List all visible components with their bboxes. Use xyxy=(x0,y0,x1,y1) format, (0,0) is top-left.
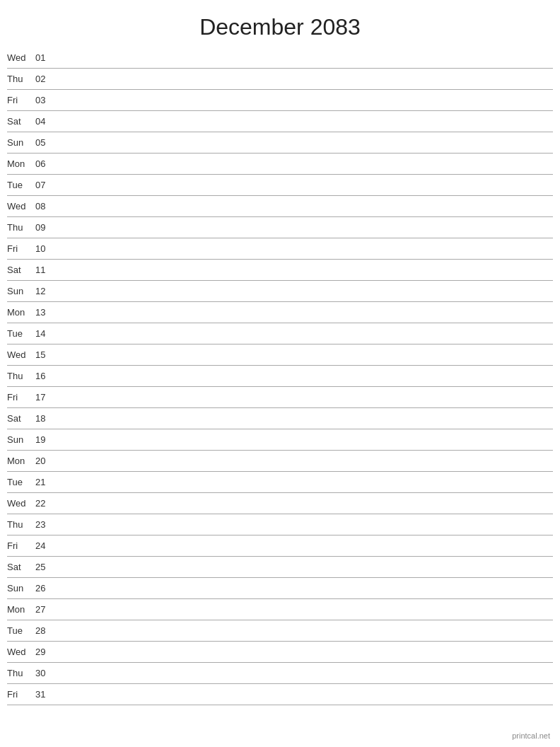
day-number: 07 xyxy=(35,180,58,190)
day-name: Wed xyxy=(7,201,35,212)
day-number: 20 xyxy=(35,456,58,466)
calendar-row: Fri17 xyxy=(7,387,553,408)
day-line xyxy=(58,333,553,334)
day-line xyxy=(58,291,553,291)
calendar-row: Sat04 xyxy=(7,111,553,132)
day-number: 09 xyxy=(35,222,58,233)
calendar-row: Fri03 xyxy=(7,90,553,111)
day-name: Fri xyxy=(7,95,35,105)
day-number: 17 xyxy=(35,392,58,403)
day-number: 08 xyxy=(35,201,58,212)
day-name: Thu xyxy=(7,74,35,84)
day-name: Sun xyxy=(7,286,35,296)
day-line xyxy=(58,376,553,376)
day-line xyxy=(58,673,553,673)
day-number: 16 xyxy=(35,371,58,381)
day-name: Tue xyxy=(7,180,35,190)
day-name: Thu xyxy=(7,668,35,678)
calendar-row: Fri24 xyxy=(7,535,553,557)
day-name: Sat xyxy=(7,116,35,127)
calendar-row: Thu02 xyxy=(7,69,553,90)
calendar-row: Sat25 xyxy=(7,557,553,578)
day-number: 05 xyxy=(35,137,58,148)
calendar-row: Sun19 xyxy=(7,429,553,451)
day-number: 25 xyxy=(35,562,58,572)
calendar-row: Wed22 xyxy=(7,493,553,514)
day-line xyxy=(58,142,553,143)
day-name: Tue xyxy=(7,625,35,636)
day-name: Mon xyxy=(7,307,35,318)
calendar-row: Wed08 xyxy=(7,196,553,217)
day-line xyxy=(58,567,553,567)
day-line xyxy=(58,439,553,440)
calendar-row: Thu30 xyxy=(7,663,553,684)
day-line xyxy=(58,57,553,58)
page-title: December 2083 xyxy=(0,0,560,47)
day-line xyxy=(58,79,553,79)
day-number: 23 xyxy=(35,519,58,530)
day-line xyxy=(58,227,553,228)
day-line xyxy=(58,694,553,695)
calendar-row: Tue28 xyxy=(7,620,553,642)
day-line xyxy=(58,461,553,461)
day-number: 24 xyxy=(35,540,58,551)
day-name: Wed xyxy=(7,498,35,509)
day-line xyxy=(58,609,553,610)
day-number: 13 xyxy=(35,307,58,318)
day-number: 01 xyxy=(35,52,58,63)
day-line xyxy=(58,121,553,122)
day-line xyxy=(58,206,553,207)
day-number: 31 xyxy=(35,689,58,700)
day-name: Sun xyxy=(7,434,35,445)
day-name: Wed xyxy=(7,349,35,360)
day-number: 12 xyxy=(35,286,58,296)
calendar-row: Mon27 xyxy=(7,599,553,620)
day-number: 26 xyxy=(35,583,58,593)
calendar-row: Fri10 xyxy=(7,238,553,260)
calendar-row: Fri31 xyxy=(7,684,553,705)
day-number: 02 xyxy=(35,74,58,84)
day-number: 15 xyxy=(35,349,58,360)
day-line xyxy=(58,100,553,100)
day-name: Mon xyxy=(7,456,35,466)
day-line xyxy=(58,397,553,398)
day-number: 14 xyxy=(35,328,58,339)
calendar-row: Wed15 xyxy=(7,344,553,366)
calendar-row: Thu16 xyxy=(7,366,553,387)
day-name: Thu xyxy=(7,519,35,530)
day-name: Wed xyxy=(7,52,35,63)
day-line xyxy=(58,418,553,419)
day-line xyxy=(58,354,553,355)
calendar-row: Tue14 xyxy=(7,323,553,344)
day-name: Sat xyxy=(7,413,35,424)
day-name: Fri xyxy=(7,540,35,551)
day-number: 03 xyxy=(35,95,58,105)
day-line xyxy=(58,545,553,546)
calendar-row: Thu23 xyxy=(7,514,553,535)
day-line xyxy=(58,652,553,652)
calendar-row: Sat11 xyxy=(7,260,553,281)
calendar-row: Wed29 xyxy=(7,642,553,663)
day-name: Tue xyxy=(7,328,35,339)
calendar-row: Sun26 xyxy=(7,578,553,599)
calendar-row: Mon20 xyxy=(7,451,553,472)
day-name: Tue xyxy=(7,477,35,487)
day-number: 18 xyxy=(35,413,58,424)
day-name: Mon xyxy=(7,158,35,169)
calendar-row: Sun12 xyxy=(7,281,553,302)
day-line xyxy=(58,524,553,525)
day-name: Fri xyxy=(7,243,35,254)
day-line xyxy=(58,270,553,270)
calendar-row: Tue07 xyxy=(7,175,553,196)
day-name: Sun xyxy=(7,137,35,148)
day-number: 21 xyxy=(35,477,58,487)
day-number: 27 xyxy=(35,604,58,615)
day-name: Thu xyxy=(7,371,35,381)
day-line xyxy=(58,588,553,589)
calendar-row: Mon06 xyxy=(7,154,553,175)
calendar-row: Sat18 xyxy=(7,408,553,429)
calendar-row: Sun05 xyxy=(7,132,553,154)
day-line xyxy=(58,312,553,313)
day-name: Fri xyxy=(7,392,35,403)
day-name: Wed xyxy=(7,647,35,657)
